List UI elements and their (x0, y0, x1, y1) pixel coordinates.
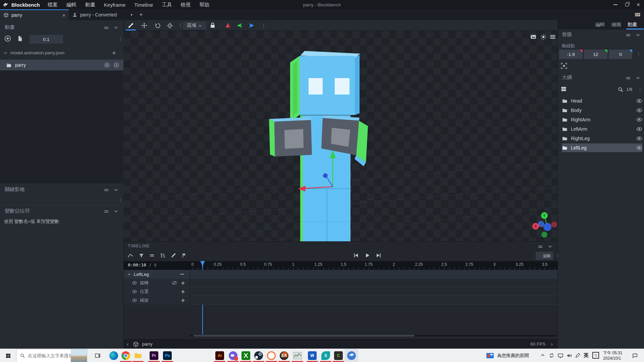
panel-menu-icon[interactable] (103, 25, 109, 31)
timeline-hscrollbar[interactable] (190, 335, 556, 337)
pivot-tool-button[interactable] (165, 22, 174, 29)
outliner-item-rightleg[interactable]: RightLeg (562, 134, 642, 143)
collapse-group-minus-icon[interactable] (179, 272, 185, 277)
taskbar-explorer[interactable] (131, 349, 144, 362)
taskbar-s-app[interactable]: S (319, 349, 332, 362)
mode-tab-animate[interactable]: 動畫 (628, 21, 637, 28)
mode-tab-edit[interactable]: 編輯 (595, 21, 605, 28)
pivot-x-input[interactable] (559, 50, 583, 59)
mode-tab-paint[interactable]: 繪圖 (611, 21, 621, 28)
load-animation-file-button[interactable] (17, 35, 23, 42)
sync-tray-icon[interactable] (549, 353, 554, 358)
move-tool-button[interactable] (140, 22, 149, 29)
track-row-rotation[interactable] (190, 279, 557, 287)
taskbar-premiere[interactable]: Pr (148, 349, 160, 362)
menu-animation[interactable]: 動畫 (81, 2, 100, 8)
action-center-icon[interactable] (632, 353, 638, 359)
add-animation-button[interactable] (4, 35, 11, 42)
panel-menu-icon[interactable] (103, 187, 109, 193)
channel-eye-icon[interactable] (132, 298, 137, 303)
menu-view[interactable]: 檢視 (176, 2, 195, 8)
blue-plane-icon[interactable] (247, 22, 256, 29)
menu-tools[interactable]: 工具 (157, 2, 176, 8)
taskbar-origin[interactable] (265, 349, 278, 362)
restore-button[interactable] (621, 0, 633, 9)
play-button[interactable] (363, 252, 371, 259)
graph-hidden-eye-off-icon[interactable] (172, 280, 177, 286)
volume-tray-icon[interactable] (566, 353, 572, 359)
lighting-toggle-icon[interactable] (540, 34, 547, 40)
taskbar-c-app[interactable]: C (332, 349, 345, 362)
viewport-3d-canvas[interactable]: X Y Z (123, 31, 557, 241)
transform-space-dropdown[interactable]: 區域 (183, 21, 206, 29)
jump-to-start-button[interactable] (352, 252, 360, 259)
sort-bones-icon[interactable] (159, 252, 167, 259)
panel-menu-icon[interactable] (103, 208, 109, 215)
visibility-eye-icon[interactable] (636, 98, 642, 104)
taskbar-clock[interactable]: 下午 05:31 2024/10/1 (603, 350, 627, 361)
panel-collapse-icon[interactable] (113, 187, 119, 192)
graph-editor-toggle-icon[interactable] (126, 252, 135, 259)
outliner-view-mode-icon[interactable] (560, 86, 567, 92)
add-keyframe-icon[interactable] (180, 298, 185, 303)
minimize-button[interactable] (610, 0, 621, 9)
close-button[interactable]: × (633, 0, 644, 9)
taskbar-xbox[interactable] (239, 349, 252, 362)
taskbar-perfmon[interactable] (291, 349, 304, 362)
search-highlight-image[interactable] (71, 349, 87, 362)
hidden-icons-chevron[interactable] (540, 353, 545, 358)
panel-collapse-icon[interactable] (113, 25, 119, 30)
panel-collapse-icon[interactable] (635, 32, 641, 38)
panel-resize-handle-icon[interactable] (118, 36, 123, 42)
windows-ink-pen-icon[interactable] (575, 353, 581, 358)
panel-menu-icon[interactable] (625, 32, 631, 38)
panel-menu-icon[interactable] (537, 244, 543, 250)
viewport-menu-icon[interactable] (549, 34, 556, 40)
taskbar-blockbench-active[interactable] (345, 349, 358, 362)
pivot-x-field[interactable] (559, 50, 583, 59)
ik-green-arrow-icon[interactable] (235, 22, 244, 29)
start-button[interactable] (0, 349, 16, 362)
layout-grid-icon[interactable] (634, 12, 641, 18)
taskbar-word[interactable]: W (306, 349, 319, 362)
track-row-scale[interactable] (190, 296, 557, 305)
task-view-button[interactable] (91, 349, 104, 362)
tab-close-icon[interactable]: × (62, 12, 65, 18)
tab-parry-converted[interactable]: parry - Converted ● (69, 9, 136, 20)
animation-speed-input[interactable] (30, 35, 63, 44)
filter-channels-icon[interactable] (137, 252, 145, 259)
edit-keyframes-icon[interactable] (169, 252, 177, 259)
search-input[interactable] (28, 353, 71, 358)
taskbar-photoshop[interactable]: Ps (161, 349, 174, 362)
taskbar-illustrator[interactable]: Ai (213, 349, 226, 362)
pivot-z-input[interactable] (609, 50, 632, 59)
channel-scale[interactable]: 縮放 (124, 296, 190, 305)
animation-item-parry[interactable]: parry (0, 60, 123, 70)
lock-motion-trail-button[interactable] (208, 22, 217, 29)
status-prev-icon[interactable]: ‹ (127, 341, 129, 348)
pivot-y-field[interactable] (584, 50, 607, 59)
visibility-eye-icon[interactable] (636, 126, 642, 132)
toolbar-more-icon[interactable] (555, 253, 560, 259)
outliner-item-leftleg[interactable]: LeftLeg (562, 143, 642, 152)
visibility-eye-icon[interactable] (636, 117, 642, 123)
menu-help[interactable]: 幫助 (195, 2, 214, 8)
outliner-item-rightarm[interactable]: RightArm (562, 115, 642, 124)
add-keyframe-icon[interactable] (180, 289, 185, 294)
visibility-eye-icon[interactable] (636, 135, 642, 141)
panel-menu-icon[interactable] (625, 75, 631, 81)
animation-play-icon[interactable] (113, 62, 119, 68)
taskbar-search-box[interactable] (16, 349, 87, 362)
pivot-z-field[interactable] (609, 50, 632, 59)
toolbar-more-icon[interactable] (259, 22, 268, 29)
view-axis-gizmo[interactable]: X Y Z (532, 212, 557, 238)
timeline-hscrollbar-thumb[interactable] (193, 335, 415, 337)
new-tab-button[interactable]: + (136, 9, 146, 20)
channel-position[interactable]: 位置 (124, 287, 190, 296)
animation-loop-state-icon[interactable] (104, 62, 110, 68)
ime-language-indicator[interactable]: 英 (584, 352, 589, 359)
taskbar-chrome[interactable] (119, 349, 132, 362)
rotate-tool-button[interactable] (153, 22, 162, 29)
taskbar-steam[interactable] (252, 349, 265, 362)
background-image-button[interactable] (529, 34, 537, 40)
